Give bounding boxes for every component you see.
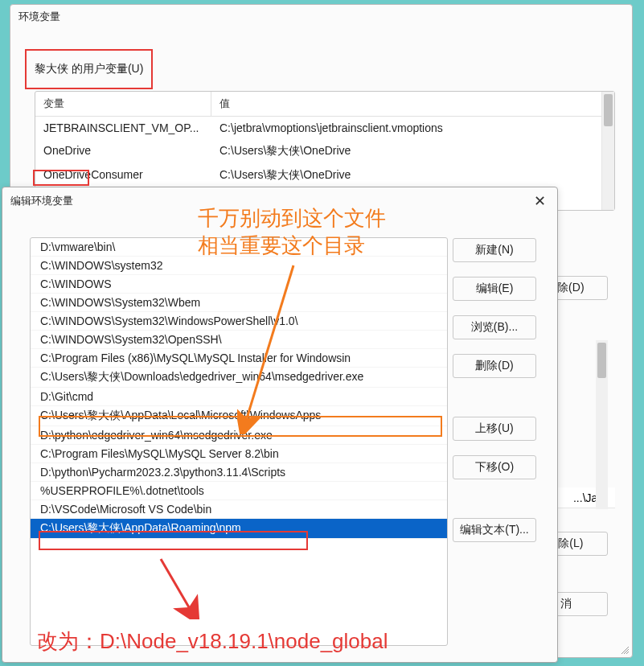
list-item[interactable]: C:\Program Files (x86)\MySQL\MySQL Insta…	[31, 349, 447, 368]
edit-button[interactable]: 编辑(E)	[453, 277, 536, 301]
table-row[interactable]: OneDriveConsumer C:\Users\黎大侠\OneDrive	[35, 163, 614, 187]
list-item[interactable]: C:\WINDOWS\system32	[31, 257, 447, 275]
edit-env-var-dialog: 编辑环境变量 ✕ D:\vmware\bin\ C:\WINDOWS\syste…	[2, 187, 558, 663]
list-item[interactable]: C:\WINDOWS\System32\WindowsPowerShell\v1…	[31, 312, 447, 331]
path-edit-buttons: 新建(N) 编辑(E) 浏览(B)... 删除(D) 上移(U) 下移(O) 编…	[453, 238, 539, 542]
resize-grip[interactable]	[619, 644, 629, 654]
browse-button[interactable]: 浏览(B)...	[453, 315, 536, 339]
delete-button[interactable]: 删除(D)	[453, 354, 536, 378]
scrollbar[interactable]	[601, 92, 614, 210]
table-row[interactable]: OneDrive C:\Users\黎大侠\OneDrive	[35, 139, 614, 163]
list-item[interactable]: D:\python\Pycharm2023.2.3\python3.11.4\S…	[31, 463, 447, 482]
list-item[interactable]: %USERPROFILE%\.dotnet\tools	[31, 482, 447, 500]
new-button[interactable]: 新建(N)	[453, 238, 536, 262]
table-row[interactable]: JETBRAINSCLIENT_VM_OP... C:\jetbra\vmopt…	[35, 117, 614, 139]
list-item[interactable]: D:\vmware\bin\	[31, 238, 447, 257]
list-item[interactable]: D:\VSCode\Microsoft VS Code\bin	[31, 500, 447, 519]
list-item[interactable]: D:\Git\cmd	[31, 388, 447, 406]
list-item[interactable]: D:\python\edgedriver_win64\msedgedriver.…	[31, 426, 447, 445]
list-item[interactable]: C:\Program Files\MySQL\MySQL Server 8.2\…	[31, 445, 447, 463]
user-vars-label: 黎大侠 的用户变量(U)	[25, 49, 153, 89]
scrollbar-thumb[interactable]	[597, 343, 606, 378]
scrollbar-thumb[interactable]	[604, 94, 613, 126]
dialog-titlebar: 编辑环境变量 ✕	[2, 187, 557, 215]
list-item[interactable]: C:\WINDOWS\System32\OpenSSH\	[31, 331, 447, 349]
list-item-selected[interactable]: C:\Users\黎大侠\AppData\Roaming\npm	[31, 519, 447, 539]
list-item[interactable]: C:\WINDOWS\System32\Wbem	[31, 294, 447, 312]
col-var-header: 变量	[35, 92, 211, 116]
list-item[interactable]: C:\WINDOWS	[31, 275, 447, 294]
list-item[interactable]: C:\Users\黎大侠\Downloads\edgedriver_win64\…	[31, 368, 447, 388]
edittext-button[interactable]: 编辑文本(T)...	[453, 518, 536, 542]
moveup-button[interactable]: 上移(U)	[453, 417, 536, 441]
table-header: 变量 值	[35, 92, 614, 117]
col-val-header: 值	[211, 92, 614, 116]
scrollbar[interactable]	[596, 340, 608, 509]
list-item[interactable]: C:\Users\黎大侠\AppData\Local\Microsoft\Win…	[31, 406, 447, 426]
path-entries-list[interactable]: D:\vmware\bin\ C:\WINDOWS\system32 C:\WI…	[30, 237, 448, 646]
close-icon[interactable]: ✕	[531, 192, 549, 210]
movedown-button[interactable]: 下移(O)	[453, 455, 536, 479]
dialog-title: 编辑环境变量	[10, 194, 73, 208]
dialog-title: 环境变量	[10, 5, 632, 29]
